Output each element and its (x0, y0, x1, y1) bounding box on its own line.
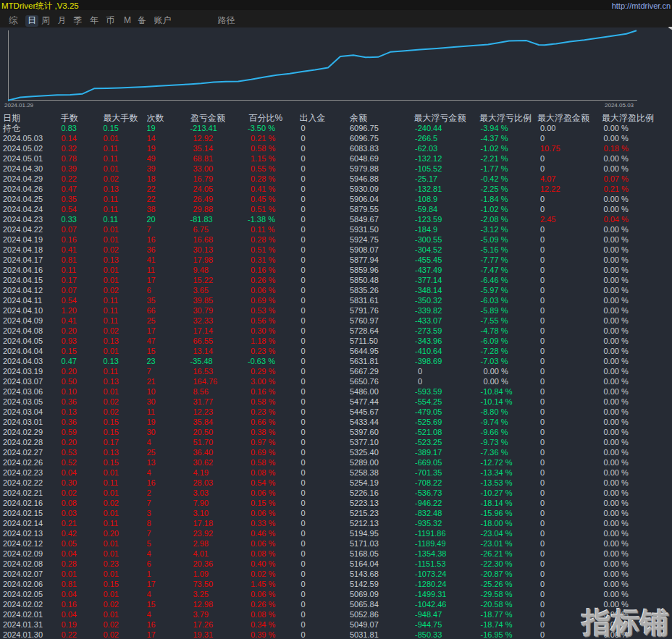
svg-text:2024.01.29: 2024.01.29 (4, 102, 34, 109)
svg-text:2024.05.03: 2024.05.03 (605, 102, 634, 109)
